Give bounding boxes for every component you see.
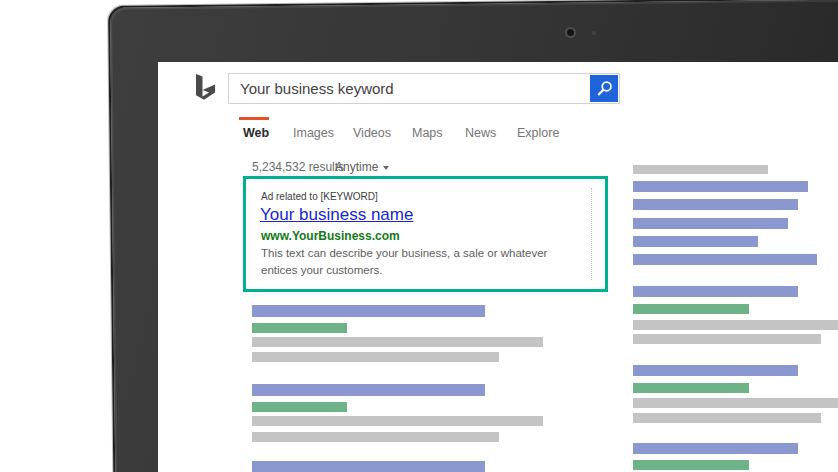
result-placeholder-bar-gray xyxy=(633,334,821,344)
results-right-column xyxy=(633,62,838,472)
result-placeholder-bar-green xyxy=(633,383,749,393)
ad-dotted-divider xyxy=(591,188,592,280)
result-placeholder-bar-green xyxy=(633,304,749,314)
result-placeholder-bar-green xyxy=(252,323,347,333)
result-placeholder-bar-blue xyxy=(633,286,798,297)
search-icon xyxy=(595,79,614,98)
page: Web Images Videos Maps News Explore 5,23… xyxy=(0,0,838,472)
result-placeholder-bar-gray xyxy=(252,352,499,362)
results-left-column xyxy=(252,62,552,472)
result-placeholder-bar-blue xyxy=(633,218,788,229)
result-placeholder-bar-blue xyxy=(633,254,817,265)
result-placeholder-bar-blue xyxy=(252,384,485,396)
result-placeholder-bar-gray xyxy=(252,416,543,426)
result-placeholder-bar-green xyxy=(252,402,347,412)
result-placeholder-bar-blue xyxy=(633,199,798,210)
result-placeholder-bar-gray xyxy=(252,337,543,347)
webcam-icon xyxy=(565,27,576,38)
result-placeholder-bar-blue xyxy=(252,305,485,317)
result-placeholder-bar-gray xyxy=(633,398,838,408)
result-placeholder-bar-gray xyxy=(252,432,499,442)
camera-sensor-icon xyxy=(592,31,596,35)
result-placeholder-bar-blue xyxy=(252,461,485,472)
result-placeholder-bar-blue xyxy=(633,443,798,454)
bing-logo-icon[interactable] xyxy=(194,74,216,104)
result-placeholder-bar-blue xyxy=(633,236,758,247)
result-placeholder-bar-gray xyxy=(633,165,768,174)
result-placeholder-bar-blue xyxy=(633,181,808,192)
result-placeholder-bar-gray xyxy=(633,413,821,423)
result-placeholder-bar-blue xyxy=(633,365,798,376)
result-placeholder-bar-green xyxy=(633,460,749,470)
result-placeholder-bar-gray xyxy=(633,320,838,330)
search-button[interactable] xyxy=(590,75,618,102)
screen: Web Images Videos Maps News Explore 5,23… xyxy=(158,62,838,472)
